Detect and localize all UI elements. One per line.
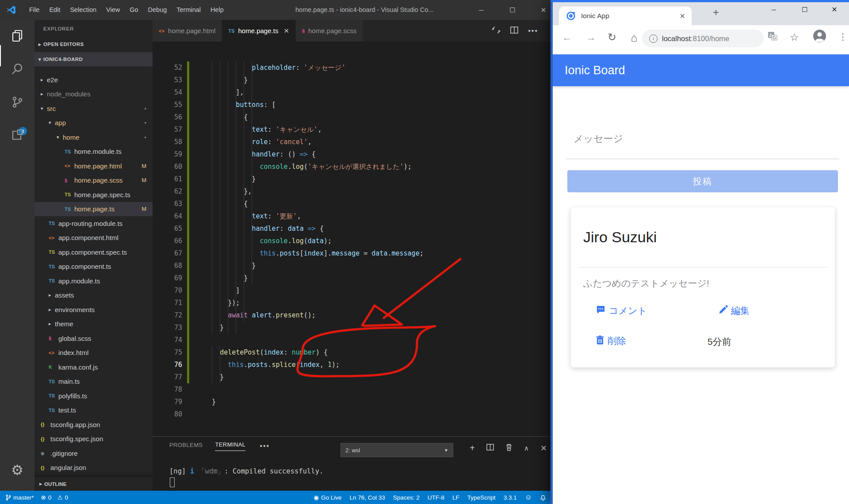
back-icon[interactable]: ←: [560, 31, 574, 43]
extensions-icon[interactable]: [0, 122, 34, 148]
browser-tab[interactable]: Ionic App ✕: [559, 7, 692, 25]
warning-icon: ⚠: [57, 494, 62, 501]
file-tree-item-home[interactable]: ▾home●: [34, 130, 153, 145]
status-item-utf-8[interactable]: UTF-8: [428, 494, 444, 501]
source-control-icon[interactable]: [0, 89, 34, 115]
browser-close-button[interactable]: ✕: [826, 2, 843, 17]
file-tree-item-test-ts[interactable]: TStest.ts: [34, 403, 153, 418]
file-tree-item-karma-conf-js[interactable]: Kkarma.conf.js: [34, 360, 153, 374]
split-editor-icon[interactable]: [510, 26, 518, 36]
file-tree-item-home-module-ts[interactable]: TShome.module.ts: [34, 145, 153, 159]
kill-terminal-icon[interactable]: [505, 443, 512, 453]
status-item-spaces-2[interactable]: Spaces: 2: [393, 494, 420, 501]
file-tree-item-app-component-ts[interactable]: TSapp.component.ts: [34, 260, 153, 274]
menu-item-view[interactable]: View: [101, 0, 125, 20]
delete-button[interactable]: 削除: [596, 335, 626, 347]
file-tree-item-app-component-spec-ts[interactable]: TSapp.component.spec.ts: [34, 245, 153, 260]
file-tree-item-polyfills-ts[interactable]: TSpolyfills.ts: [34, 389, 153, 403]
tab-close-icon[interactable]: ✕: [680, 12, 685, 20]
file-tree-item-assets[interactable]: ▸assets: [34, 288, 153, 303]
status-item-3-3-1[interactable]: 3.3.1: [504, 494, 517, 501]
panel-more-icon[interactable]: •••: [260, 442, 270, 450]
project-root-section[interactable]: ▾ IONIC4-BOARD: [34, 52, 153, 66]
more-actions-icon[interactable]: •••: [528, 27, 538, 35]
status-item-ln-76-col-33[interactable]: Ln 76, Col 33: [349, 494, 385, 501]
vscode-minimize-button[interactable]: ─: [472, 0, 490, 20]
file-tree-item-app-module-ts[interactable]: TSapp.module.ts: [34, 274, 153, 288]
open-changes-icon[interactable]: [492, 26, 501, 36]
menu-item-file[interactable]: File: [24, 0, 44, 20]
file-tree-item-theme[interactable]: ▸theme: [34, 317, 153, 332]
menu-item-terminal[interactable]: Terminal: [172, 0, 206, 20]
browser-maximize-button[interactable]: ☐: [796, 2, 814, 17]
search-icon[interactable]: [0, 56, 34, 82]
file-tree-item-app[interactable]: ▾app●: [34, 116, 153, 130]
notifications-bell-icon[interactable]: [540, 494, 546, 501]
editor-tab-home-page-html[interactable]: <>home.page.html: [153, 20, 222, 42]
file-tree-item-tsconfig-spec-json[interactable]: {}tsconfig.spec.json: [34, 432, 153, 447]
terminal-selector-dropdown[interactable]: 2: wsl ▼: [340, 443, 453, 457]
editor-tab-home-page-ts[interactable]: TShome.page.ts✕: [222, 20, 296, 42]
close-panel-icon[interactable]: ✕: [540, 443, 547, 453]
file-tree-item-home-page-ts[interactable]: TShome.page.tsM: [34, 202, 153, 217]
status-item-typescript[interactable]: TypeScript: [467, 494, 496, 501]
feedback-smiley-icon[interactable]: ☺: [525, 493, 532, 501]
file-tree-item-node-modules[interactable]: ▸node_modules: [34, 87, 153, 102]
reload-icon[interactable]: ↻: [605, 31, 619, 43]
file-tree-item-home-page-html[interactable]: <>home.page.htmlM: [34, 159, 153, 173]
comment-button[interactable]: コメント: [596, 305, 647, 317]
file-tree-item-main-ts[interactable]: TSmain.ts: [34, 374, 153, 389]
post-submit-button[interactable]: 投稿: [567, 170, 838, 192]
new-terminal-icon[interactable]: +: [470, 443, 475, 453]
status-item-go-live[interactable]: ◉Go Live: [314, 494, 341, 501]
panel-tab-problems[interactable]: PROBLEMS: [169, 442, 203, 451]
bookmark-star-icon[interactable]: ☆: [790, 31, 799, 43]
file-tree-item-app-component-html[interactable]: <>app.component.html: [34, 231, 153, 245]
menu-item-selection[interactable]: Selection: [65, 0, 101, 20]
tab-close-icon[interactable]: ✕: [283, 27, 289, 35]
file-tree-item-angular-json[interactable]: {}angular.json: [34, 461, 153, 475]
menu-item-debug[interactable]: Debug: [143, 0, 172, 20]
file-tree-item--gitignore[interactable]: ◈.gitignore: [34, 446, 153, 461]
open-editors-section[interactable]: ▸ OPEN EDITORS: [34, 37, 153, 51]
message-input-label[interactable]: メッセージ: [574, 132, 623, 145]
file-tree-item-tsconfig-app-json[interactable]: {}tsconfig.app.json: [34, 417, 153, 432]
menu-item-go[interactable]: Go: [125, 0, 143, 20]
menu-item-help[interactable]: Help: [206, 0, 229, 20]
explorer-icon[interactable]: [0, 23, 34, 49]
home-icon[interactable]: ⌂: [627, 31, 641, 44]
vscode-maximize-button[interactable]: ☐: [504, 0, 521, 20]
file-tree-item-src[interactable]: ▾src●: [34, 101, 153, 116]
editor-tab-home-page-scss[interactable]: §home.page.scss: [296, 20, 363, 42]
file-tree-item-e2e[interactable]: ▸e2e: [34, 73, 153, 87]
file-tree-item-app-routing-module-ts[interactable]: TSapp-routing.module.ts: [34, 216, 153, 231]
address-bar[interactable]: i localhost:8100/home: [642, 30, 764, 47]
profile-avatar[interactable]: [813, 29, 826, 45]
forward-icon[interactable]: →: [584, 31, 598, 43]
edit-button[interactable]: 編集: [718, 305, 750, 317]
translate-icon[interactable]: あG: [768, 31, 777, 43]
panel-tab-terminal[interactable]: TERMINAL: [215, 441, 245, 451]
new-tab-button[interactable]: +: [708, 5, 723, 20]
git-branch-status[interactable]: master*: [5, 494, 34, 501]
settings-gear-icon[interactable]: ⚙: [0, 462, 34, 478]
file-type-icon-ts: TS: [49, 379, 58, 384]
maximize-panel-icon[interactable]: ∧: [524, 444, 529, 452]
file-tree-item-environments[interactable]: ▸environments: [34, 302, 153, 317]
code-text: await alert.present();: [182, 311, 316, 319]
vscode-close-button[interactable]: ✕: [535, 0, 552, 20]
menu-item-edit[interactable]: Edit: [44, 0, 65, 20]
outline-section[interactable]: ▸ OUTLINE: [34, 477, 153, 491]
code-editor[interactable]: 52 placeholder: 'メッセージ'53 }54 ],55 butto…: [153, 42, 551, 436]
file-tree-item-index-html[interactable]: <>index.html: [34, 346, 153, 360]
page-info-icon[interactable]: i: [649, 34, 658, 43]
split-terminal-icon[interactable]: [486, 443, 494, 453]
status-item-lf[interactable]: LF: [452, 494, 459, 501]
browser-minimize-button[interactable]: ─: [765, 2, 783, 17]
file-label: theme: [55, 320, 73, 328]
file-tree-item-home-page-spec-ts[interactable]: TShome.page.spec.ts: [34, 187, 153, 202]
errors-status[interactable]: ⊗ 0 ⚠ 0: [41, 494, 68, 501]
browser-menu-icon[interactable]: ⋮: [838, 31, 847, 42]
file-tree-item-home-page-scss[interactable]: §home.page.scssM: [34, 173, 153, 188]
file-tree-item-global-scss[interactable]: §global.scss: [34, 331, 153, 346]
